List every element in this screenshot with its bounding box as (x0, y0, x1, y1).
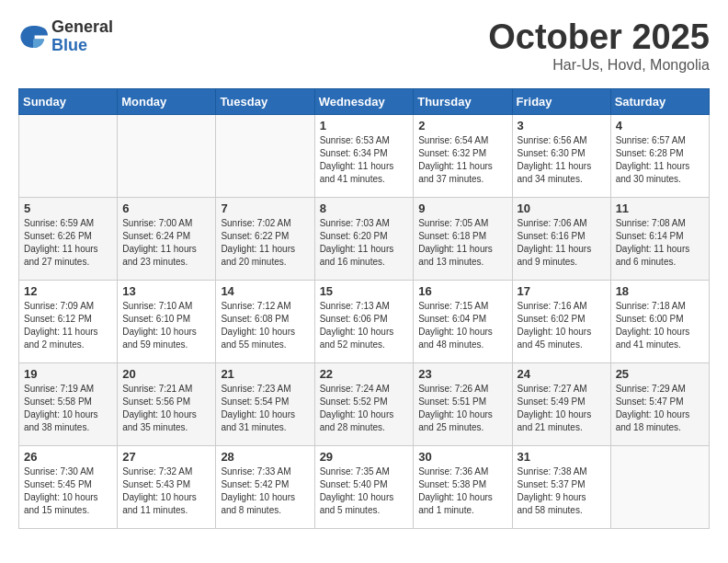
day-number: 1 (320, 119, 409, 132)
day-info: Sunrise: 7:27 AM Sunset: 5:49 PM Dayligh… (518, 383, 606, 434)
calendar-cell: 15Sunrise: 7:13 AM Sunset: 6:06 PM Dayli… (314, 280, 414, 362)
day-info: Sunrise: 7:15 AM Sunset: 6:04 PM Dayligh… (418, 300, 506, 351)
calendar-cell: 6Sunrise: 7:00 AM Sunset: 6:24 PM Daylig… (118, 197, 216, 280)
day-info: Sunrise: 7:35 AM Sunset: 5:40 PM Dayligh… (320, 465, 409, 517)
calendar-cell: 16Sunrise: 7:15 AM Sunset: 6:04 PM Dayli… (414, 280, 512, 362)
day-number: 11 (616, 201, 704, 215)
day-number: 16 (418, 284, 506, 298)
calendar-cell: 17Sunrise: 7:16 AM Sunset: 6:02 PM Dayli… (512, 280, 610, 362)
month-title: October 2025 (488, 18, 710, 57)
calendar-cell: 18Sunrise: 7:18 AM Sunset: 6:00 PM Dayli… (610, 280, 709, 362)
calendar-cell (118, 114, 216, 197)
weekday-header-tuesday: Tuesday (216, 88, 314, 114)
day-info: Sunrise: 7:38 AM Sunset: 5:37 PM Dayligh… (518, 465, 606, 517)
day-info: Sunrise: 7:05 AM Sunset: 6:18 PM Dayligh… (418, 217, 506, 269)
calendar-cell (19, 114, 118, 197)
logo-text: General Blue (51, 18, 113, 55)
calendar-cell: 3Sunrise: 6:56 AM Sunset: 6:30 PM Daylig… (512, 114, 610, 197)
day-info: Sunrise: 7:02 AM Sunset: 6:22 PM Dayligh… (221, 217, 309, 269)
day-number: 25 (616, 367, 704, 381)
day-number: 22 (320, 367, 409, 381)
calendar-cell: 21Sunrise: 7:23 AM Sunset: 5:54 PM Dayli… (216, 362, 314, 445)
week-row-3: 12Sunrise: 7:09 AM Sunset: 6:12 PM Dayli… (19, 280, 710, 362)
title-block: October 2025 Har-Us, Hovd, Mongolia (488, 18, 710, 74)
day-info: Sunrise: 6:53 AM Sunset: 6:34 PM Dayligh… (320, 134, 409, 186)
calendar-cell: 26Sunrise: 7:30 AM Sunset: 5:45 PM Dayli… (19, 445, 118, 528)
day-info: Sunrise: 7:26 AM Sunset: 5:51 PM Dayligh… (418, 383, 506, 434)
week-row-1: 1Sunrise: 6:53 AM Sunset: 6:34 PM Daylig… (19, 114, 710, 197)
day-number: 23 (418, 367, 506, 381)
calendar-cell: 20Sunrise: 7:21 AM Sunset: 5:56 PM Dayli… (118, 362, 216, 445)
calendar-cell (216, 114, 314, 197)
day-number: 14 (221, 284, 309, 298)
week-row-2: 5Sunrise: 6:59 AM Sunset: 6:26 PM Daylig… (19, 197, 710, 280)
day-number: 6 (122, 201, 210, 215)
day-number: 28 (221, 450, 309, 464)
day-info: Sunrise: 7:16 AM Sunset: 6:02 PM Dayligh… (518, 300, 606, 351)
day-number: 9 (418, 201, 506, 215)
day-info: Sunrise: 6:59 AM Sunset: 6:26 PM Dayligh… (24, 217, 112, 269)
day-info: Sunrise: 7:23 AM Sunset: 5:54 PM Dayligh… (221, 383, 309, 434)
day-number: 17 (518, 284, 606, 298)
weekday-header-row: SundayMondayTuesdayWednesdayThursdayFrid… (19, 88, 710, 114)
logo-general: General (51, 18, 113, 37)
calendar-cell: 13Sunrise: 7:10 AM Sunset: 6:10 PM Dayli… (118, 280, 216, 362)
day-number: 20 (122, 367, 210, 381)
day-number: 4 (616, 119, 704, 132)
weekday-header-sunday: Sunday (19, 88, 118, 114)
calendar-cell: 14Sunrise: 7:12 AM Sunset: 6:08 PM Dayli… (216, 280, 314, 362)
calendar: SundayMondayTuesdayWednesdayThursdayFrid… (18, 88, 710, 529)
day-number: 19 (24, 367, 112, 381)
logo-icon (18, 22, 48, 52)
calendar-cell: 2Sunrise: 6:54 AM Sunset: 6:32 PM Daylig… (414, 114, 512, 197)
day-info: Sunrise: 7:36 AM Sunset: 5:38 PM Dayligh… (418, 465, 506, 517)
day-number: 12 (24, 284, 112, 298)
calendar-cell: 27Sunrise: 7:32 AM Sunset: 5:43 PM Dayli… (118, 445, 216, 528)
day-number: 21 (221, 367, 309, 381)
day-info: Sunrise: 7:08 AM Sunset: 6:14 PM Dayligh… (616, 217, 704, 269)
day-info: Sunrise: 7:10 AM Sunset: 6:10 PM Dayligh… (122, 300, 210, 351)
calendar-cell: 11Sunrise: 7:08 AM Sunset: 6:14 PM Dayli… (610, 197, 709, 280)
day-info: Sunrise: 7:09 AM Sunset: 6:12 PM Dayligh… (24, 300, 112, 351)
calendar-cell: 23Sunrise: 7:26 AM Sunset: 5:51 PM Dayli… (414, 362, 512, 445)
calendar-cell: 28Sunrise: 7:33 AM Sunset: 5:42 PM Dayli… (216, 445, 314, 528)
location: Har-Us, Hovd, Mongolia (488, 57, 710, 74)
weekday-header-saturday: Saturday (610, 88, 709, 114)
day-info: Sunrise: 7:03 AM Sunset: 6:20 PM Dayligh… (320, 217, 409, 269)
day-info: Sunrise: 7:19 AM Sunset: 5:58 PM Dayligh… (24, 383, 112, 434)
day-info: Sunrise: 7:06 AM Sunset: 6:16 PM Dayligh… (518, 217, 606, 269)
logo-blue: Blue (51, 37, 113, 55)
day-number: 26 (24, 450, 112, 464)
day-info: Sunrise: 6:57 AM Sunset: 6:28 PM Dayligh… (616, 134, 704, 186)
week-row-5: 26Sunrise: 7:30 AM Sunset: 5:45 PM Dayli… (19, 445, 710, 528)
calendar-cell: 12Sunrise: 7:09 AM Sunset: 6:12 PM Dayli… (19, 280, 118, 362)
calendar-cell (610, 445, 709, 528)
day-info: Sunrise: 7:21 AM Sunset: 5:56 PM Dayligh… (122, 383, 210, 434)
day-info: Sunrise: 7:18 AM Sunset: 6:00 PM Dayligh… (616, 300, 704, 351)
page-header: General Blue October 2025 Har-Us, Hovd, … (18, 18, 710, 74)
calendar-cell: 5Sunrise: 6:59 AM Sunset: 6:26 PM Daylig… (19, 197, 118, 280)
day-number: 18 (616, 284, 704, 298)
weekday-header-thursday: Thursday (414, 88, 512, 114)
calendar-cell: 4Sunrise: 6:57 AM Sunset: 6:28 PM Daylig… (610, 114, 709, 197)
calendar-cell: 25Sunrise: 7:29 AM Sunset: 5:47 PM Dayli… (610, 362, 709, 445)
day-info: Sunrise: 7:13 AM Sunset: 6:06 PM Dayligh… (320, 300, 409, 351)
day-info: Sunrise: 7:00 AM Sunset: 6:24 PM Dayligh… (122, 217, 210, 269)
day-info: Sunrise: 7:29 AM Sunset: 5:47 PM Dayligh… (616, 383, 704, 434)
week-row-4: 19Sunrise: 7:19 AM Sunset: 5:58 PM Dayli… (19, 362, 710, 445)
day-info: Sunrise: 7:32 AM Sunset: 5:43 PM Dayligh… (122, 465, 210, 517)
day-number: 5 (24, 201, 112, 215)
calendar-cell: 24Sunrise: 7:27 AM Sunset: 5:49 PM Dayli… (512, 362, 610, 445)
day-number: 3 (518, 119, 606, 132)
day-info: Sunrise: 6:56 AM Sunset: 6:30 PM Dayligh… (518, 134, 606, 186)
day-number: 29 (320, 450, 409, 464)
day-number: 2 (418, 119, 506, 132)
day-number: 8 (320, 201, 409, 215)
calendar-cell: 9Sunrise: 7:05 AM Sunset: 6:18 PM Daylig… (414, 197, 512, 280)
day-number: 30 (418, 450, 506, 464)
day-info: Sunrise: 6:54 AM Sunset: 6:32 PM Dayligh… (418, 134, 506, 186)
weekday-header-wednesday: Wednesday (314, 88, 414, 114)
calendar-cell: 29Sunrise: 7:35 AM Sunset: 5:40 PM Dayli… (314, 445, 414, 528)
calendar-cell: 31Sunrise: 7:38 AM Sunset: 5:37 PM Dayli… (512, 445, 610, 528)
calendar-cell: 1Sunrise: 6:53 AM Sunset: 6:34 PM Daylig… (314, 114, 414, 197)
